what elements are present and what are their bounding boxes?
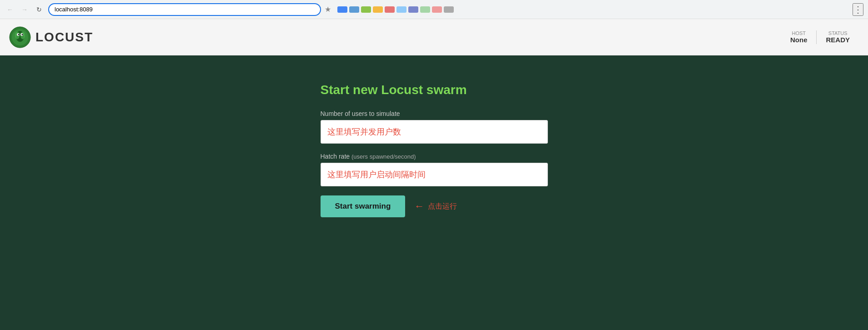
browser-menu-button[interactable]: ⋮: [853, 3, 863, 16]
start-swarming-button[interactable]: Start swarming: [321, 195, 406, 217]
main-content: Start new Locust swarm Number of users t…: [0, 55, 868, 330]
bookmark-item[interactable]: [396, 6, 406, 13]
hatch-note: (users spawned/second): [351, 153, 416, 160]
forward-button[interactable]: →: [19, 4, 30, 15]
annotation-text: 点击运行: [428, 202, 457, 211]
svg-point-7: [18, 34, 20, 35]
header-status: HOST None STATUS READY: [781, 30, 859, 44]
swarm-form: Start new Locust swarm Number of users t…: [321, 83, 548, 217]
status-block: STATUS READY: [816, 30, 859, 44]
host-value: None: [790, 36, 808, 44]
users-label: Number of users to simulate: [321, 110, 548, 117]
host-label: HOST: [790, 30, 808, 36]
bookmark-item[interactable]: [373, 6, 383, 13]
form-title: Start new Locust swarm: [321, 83, 548, 97]
bookmark-item[interactable]: [361, 6, 371, 13]
bookmark-item[interactable]: [444, 6, 454, 13]
host-block: HOST None: [781, 30, 817, 44]
hatch-input[interactable]: [321, 163, 548, 186]
hatch-form-group: Hatch rate (users spawned/second): [321, 153, 548, 186]
address-bar[interactable]: [48, 3, 321, 16]
bookmark-item[interactable]: [408, 6, 418, 13]
arrow-icon: ←: [414, 200, 424, 212]
bookmark-item[interactable]: [337, 6, 347, 13]
reload-button[interactable]: ↻: [34, 4, 45, 15]
bookmark-item[interactable]: [349, 6, 359, 13]
svg-point-8: [22, 34, 23, 35]
app-header: LOCUST HOST None STATUS READY: [0, 19, 868, 55]
logo-text: LOCUST: [35, 30, 93, 45]
locust-logo-icon: [9, 26, 31, 48]
hatch-label: Hatch rate (users spawned/second): [321, 153, 548, 160]
annotation: ← 点击运行: [414, 200, 457, 212]
status-label: STATUS: [826, 30, 850, 36]
bookmark-item[interactable]: [420, 6, 430, 13]
back-button[interactable]: ←: [5, 4, 15, 15]
star-icon[interactable]: ★: [325, 5, 331, 14]
bookmarks-bar: [337, 6, 454, 13]
logo-area: LOCUST: [9, 26, 93, 48]
users-input[interactable]: [321, 120, 548, 144]
browser-chrome: ← → ↻ ★ ⋮: [0, 0, 868, 19]
form-actions: Start swarming ← 点击运行: [321, 195, 548, 217]
users-form-group: Number of users to simulate: [321, 110, 548, 144]
status-value: READY: [826, 36, 850, 44]
bookmark-item[interactable]: [385, 6, 395, 13]
bookmark-item[interactable]: [432, 6, 442, 13]
